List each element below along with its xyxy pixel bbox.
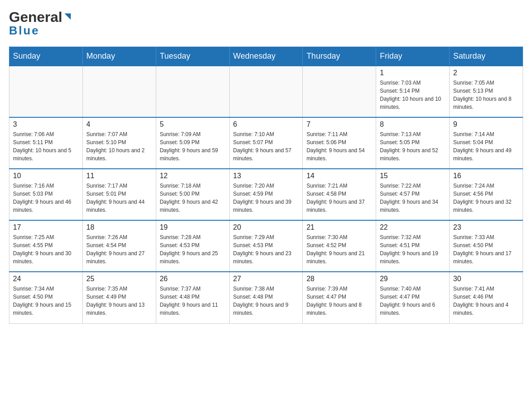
calendar-cell: 8Sunrise: 7:13 AMSunset: 5:05 PMDaylight… [376,117,450,169]
day-number: 5 [160,120,226,128]
day-info: Sunrise: 7:34 AMSunset: 4:50 PMDaylight:… [13,285,79,317]
calendar-cell: 25Sunrise: 7:35 AMSunset: 4:49 PMDayligh… [82,272,156,323]
calendar-cell: 4Sunrise: 7:07 AMSunset: 5:10 PMDaylight… [82,117,156,169]
day-number: 28 [306,275,372,283]
day-number: 21 [306,223,372,231]
calendar-cell: 10Sunrise: 7:16 AMSunset: 5:03 PMDayligh… [9,169,83,220]
day-info: Sunrise: 7:39 AMSunset: 4:47 PMDaylight:… [306,285,372,317]
day-number: 22 [380,223,446,231]
calendar-cell [229,66,303,117]
day-number: 6 [233,120,299,128]
day-number: 27 [233,275,299,283]
week-row-4: 17Sunrise: 7:25 AMSunset: 4:55 PMDayligh… [9,220,523,272]
calendar-cell: 11Sunrise: 7:17 AMSunset: 5:01 PMDayligh… [82,169,156,220]
day-number: 13 [233,172,299,180]
day-number: 14 [306,172,372,180]
calendar-cell: 22Sunrise: 7:32 AMSunset: 4:51 PMDayligh… [376,220,450,272]
day-number: 4 [86,120,152,128]
day-number: 24 [13,275,79,283]
logo-general: General [9,9,62,26]
calendar-cell: 13Sunrise: 7:20 AMSunset: 4:59 PMDayligh… [229,169,303,220]
day-number: 15 [380,172,446,180]
day-number: 3 [13,120,79,128]
calendar-cell: 23Sunrise: 7:33 AMSunset: 4:50 PMDayligh… [450,220,523,272]
day-number: 2 [453,69,519,77]
day-info: Sunrise: 7:07 AMSunset: 5:10 PMDaylight:… [86,130,152,163]
calendar-cell: 28Sunrise: 7:39 AMSunset: 4:47 PMDayligh… [303,272,376,323]
day-number: 17 [13,223,79,231]
calendar-cell: 1Sunrise: 7:03 AMSunset: 5:14 PMDaylight… [376,66,450,117]
week-row-5: 24Sunrise: 7:34 AMSunset: 4:50 PMDayligh… [9,272,523,323]
weekday-header-wednesday: Wednesday [229,47,303,66]
day-number: 8 [380,120,446,128]
day-number: 10 [13,172,79,180]
weekday-header-thursday: Thursday [303,47,376,66]
calendar-cell: 12Sunrise: 7:18 AMSunset: 5:00 PMDayligh… [156,169,229,220]
day-number: 23 [453,223,519,231]
calendar-cell: 30Sunrise: 7:41 AMSunset: 4:46 PMDayligh… [450,272,523,323]
weekday-header-monday: Monday [82,47,156,66]
day-number: 1 [380,69,446,77]
day-number: 26 [160,275,226,283]
day-info: Sunrise: 7:28 AMSunset: 4:53 PMDaylight:… [160,233,226,265]
day-number: 7 [306,120,372,128]
day-info: Sunrise: 7:24 AMSunset: 4:56 PMDaylight:… [453,182,519,214]
day-number: 20 [233,223,299,231]
day-info: Sunrise: 7:06 AMSunset: 5:11 PMDaylight:… [13,130,79,163]
calendar-cell: 7Sunrise: 7:11 AMSunset: 5:06 PMDaylight… [303,117,376,169]
week-row-3: 10Sunrise: 7:16 AMSunset: 5:03 PMDayligh… [9,169,523,220]
calendar-cell: 3Sunrise: 7:06 AMSunset: 5:11 PMDaylight… [9,117,83,169]
day-info: Sunrise: 7:29 AMSunset: 4:53 PMDaylight:… [233,233,299,265]
calendar-cell: 19Sunrise: 7:28 AMSunset: 4:53 PMDayligh… [156,220,229,272]
calendar-cell [303,66,376,117]
calendar-cell: 9Sunrise: 7:14 AMSunset: 5:04 PMDaylight… [450,117,523,169]
day-number: 12 [160,172,226,180]
calendar-cell: 14Sunrise: 7:21 AMSunset: 4:58 PMDayligh… [303,169,376,220]
week-row-1: 1Sunrise: 7:03 AMSunset: 5:14 PMDaylight… [9,66,523,117]
day-info: Sunrise: 7:30 AMSunset: 4:52 PMDaylight:… [306,233,372,265]
day-info: Sunrise: 7:41 AMSunset: 4:46 PMDaylight:… [453,285,519,317]
day-number: 30 [453,275,519,283]
calendar-cell: 26Sunrise: 7:37 AMSunset: 4:48 PMDayligh… [156,272,229,323]
calendar-cell: 29Sunrise: 7:40 AMSunset: 4:47 PMDayligh… [376,272,450,323]
calendar-cell [9,66,83,117]
page-header: General Blue [9,9,523,38]
logo-triangle-icon [63,12,73,21]
weekday-header-friday: Friday [376,47,450,66]
calendar-cell: 27Sunrise: 7:38 AMSunset: 4:48 PMDayligh… [229,272,303,323]
calendar-cell: 17Sunrise: 7:25 AMSunset: 4:55 PMDayligh… [9,220,83,272]
day-number: 9 [453,120,519,128]
day-info: Sunrise: 7:33 AMSunset: 4:50 PMDaylight:… [453,233,519,265]
day-info: Sunrise: 7:26 AMSunset: 4:54 PMDaylight:… [86,233,152,265]
weekday-header-sunday: Sunday [9,47,83,66]
day-info: Sunrise: 7:03 AMSunset: 5:14 PMDaylight:… [380,79,446,111]
day-info: Sunrise: 7:20 AMSunset: 4:59 PMDaylight:… [233,182,299,214]
calendar-cell: 24Sunrise: 7:34 AMSunset: 4:50 PMDayligh… [9,272,83,323]
day-info: Sunrise: 7:05 AMSunset: 5:13 PMDaylight:… [453,79,519,111]
day-number: 18 [86,223,152,231]
weekday-header-tuesday: Tuesday [156,47,229,66]
day-info: Sunrise: 7:32 AMSunset: 4:51 PMDaylight:… [380,233,446,265]
day-info: Sunrise: 7:13 AMSunset: 5:05 PMDaylight:… [380,130,446,163]
weekday-header-saturday: Saturday [450,47,523,66]
day-info: Sunrise: 7:14 AMSunset: 5:04 PMDaylight:… [453,130,519,163]
day-info: Sunrise: 7:21 AMSunset: 4:58 PMDaylight:… [306,182,372,214]
day-number: 16 [453,172,519,180]
day-info: Sunrise: 7:40 AMSunset: 4:47 PMDaylight:… [380,285,446,317]
day-info: Sunrise: 7:18 AMSunset: 5:00 PMDaylight:… [160,182,226,214]
calendar-cell: 21Sunrise: 7:30 AMSunset: 4:52 PMDayligh… [303,220,376,272]
day-number: 19 [160,223,226,231]
day-number: 29 [380,275,446,283]
day-info: Sunrise: 7:25 AMSunset: 4:55 PMDaylight:… [13,233,79,265]
day-info: Sunrise: 7:22 AMSunset: 4:57 PMDaylight:… [380,182,446,214]
day-info: Sunrise: 7:37 AMSunset: 4:48 PMDaylight:… [160,285,226,317]
calendar-cell: 20Sunrise: 7:29 AMSunset: 4:53 PMDayligh… [229,220,303,272]
day-info: Sunrise: 7:16 AMSunset: 5:03 PMDaylight:… [13,182,79,214]
calendar-cell: 6Sunrise: 7:10 AMSunset: 5:07 PMDaylight… [229,117,303,169]
calendar-table: SundayMondayTuesdayWednesdayThursdayFrid… [9,47,523,324]
calendar-cell [156,66,229,117]
week-row-2: 3Sunrise: 7:06 AMSunset: 5:11 PMDaylight… [9,117,523,169]
calendar-cell: 18Sunrise: 7:26 AMSunset: 4:54 PMDayligh… [82,220,156,272]
calendar-cell: 16Sunrise: 7:24 AMSunset: 4:56 PMDayligh… [450,169,523,220]
calendar-cell: 2Sunrise: 7:05 AMSunset: 5:13 PMDaylight… [450,66,523,117]
